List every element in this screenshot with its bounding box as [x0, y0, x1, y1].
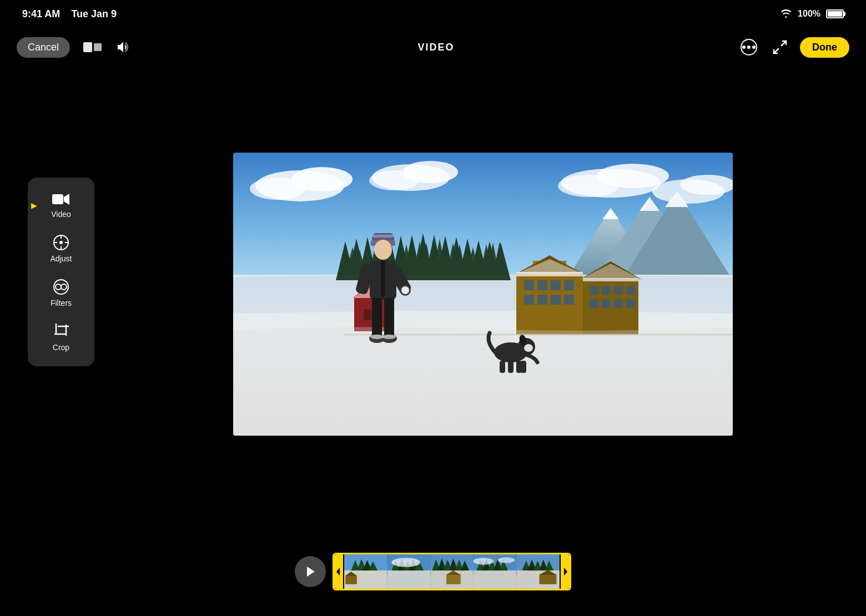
status-time: 9:41 AM Tue Jan 9: [22, 8, 117, 20]
svg-marker-134: [336, 568, 340, 575]
fullscreen-button[interactable]: [769, 36, 791, 58]
video-scene: [233, 153, 733, 436]
cancel-button[interactable]: Cancel: [17, 37, 70, 58]
filmstrip-frames: [334, 554, 570, 589]
video-container: [117, 83, 849, 505]
play-button[interactable]: [295, 556, 326, 587]
svg-rect-177: [540, 575, 557, 584]
wifi-icon: [780, 9, 792, 18]
svg-rect-101: [590, 299, 598, 308]
time-display: 9:41 AM: [22, 8, 60, 19]
svg-rect-111: [373, 235, 393, 238]
sidebar-label-filters: Filters: [51, 299, 72, 307]
toolbar-icons: [81, 38, 134, 56]
svg-rect-97: [590, 286, 598, 295]
svg-rect-103: [614, 299, 623, 308]
svg-rect-162: [474, 570, 516, 589]
svg-rect-159: [446, 575, 461, 584]
filmstrip-frame-4: [474, 554, 517, 589]
svg-rect-89: [524, 280, 534, 290]
svg-rect-80: [364, 309, 371, 320]
sidebar-item-adjust[interactable]: Adjust: [28, 226, 94, 271]
done-button[interactable]: Done: [800, 37, 849, 58]
filmstrip-right-handle[interactable]: [561, 554, 571, 589]
svg-rect-102: [602, 299, 611, 308]
toolbar-right: Done: [738, 36, 849, 58]
adjust-icon: [53, 234, 69, 251]
svg-rect-6: [52, 194, 63, 204]
sidebar-item-crop[interactable]: Crop: [28, 315, 94, 360]
top-toolbar: Cancel VIDEO: [0, 31, 866, 64]
filmstrip-left-handle[interactable]: [333, 554, 343, 589]
display-mode-button[interactable]: [81, 39, 105, 55]
active-indicator: ▶: [31, 201, 37, 210]
status-right: 100%: [780, 9, 844, 19]
toolbar-title: VIDEO: [418, 42, 455, 53]
svg-rect-100: [626, 286, 635, 295]
battery-icon: [826, 9, 844, 18]
svg-rect-99: [614, 286, 623, 295]
svg-rect-144: [387, 570, 430, 589]
svg-rect-119: [372, 298, 382, 337]
svg-rect-130: [508, 361, 513, 373]
timeline-area: [0, 544, 866, 599]
svg-rect-104: [626, 299, 635, 308]
sidebar-label-video: Video: [51, 210, 71, 219]
svg-rect-129: [500, 361, 505, 373]
svg-point-14: [56, 284, 61, 290]
filmstrip-frame-2: [387, 554, 431, 589]
date-display: Tue Jan 9: [71, 8, 117, 19]
svg-point-169: [498, 557, 515, 563]
sidebar-label-crop: Crop: [53, 343, 69, 352]
svg-rect-132: [521, 361, 526, 373]
more-button[interactable]: [738, 36, 760, 58]
svg-point-30: [558, 175, 619, 197]
sidebar-item-video[interactable]: ▶ Video: [28, 184, 94, 226]
svg-rect-105: [516, 272, 583, 276]
sidebar-item-filters[interactable]: Filters: [28, 271, 94, 315]
toolbar-left: Cancel: [17, 37, 134, 58]
filters-icon: [53, 279, 69, 295]
more-icon: [740, 38, 758, 56]
svg-point-24: [250, 178, 305, 200]
left-sidebar: ▶ Video Adjust: [28, 178, 94, 366]
svg-rect-114: [381, 261, 385, 297]
svg-rect-90: [537, 280, 547, 290]
audio-button[interactable]: [114, 38, 134, 56]
battery-percent: 100%: [798, 9, 820, 19]
svg-point-124: [382, 335, 396, 339]
filmstrip-frame-1: [344, 554, 387, 589]
display-mode-icon: [83, 41, 103, 53]
sidebar-label-adjust: Adjust: [51, 254, 72, 263]
svg-rect-20: [58, 326, 66, 334]
svg-rect-98: [602, 286, 611, 295]
svg-point-112: [374, 240, 392, 260]
svg-marker-133: [307, 567, 315, 577]
svg-rect-1: [94, 43, 102, 51]
svg-point-3: [747, 46, 751, 49]
svg-point-15: [61, 284, 67, 290]
audio-icon: [117, 41, 132, 54]
video-frame: [233, 153, 733, 436]
svg-rect-141: [345, 576, 357, 584]
svg-point-118: [401, 286, 409, 294]
svg-rect-120: [384, 298, 394, 337]
filmstrip-frame-3: [431, 554, 474, 589]
svg-point-123: [370, 335, 384, 339]
svg-rect-106: [583, 278, 638, 281]
filmstrip[interactable]: [333, 553, 571, 590]
filmstrip-frame-5: [517, 554, 560, 589]
svg-rect-96: [564, 295, 574, 305]
video-camera-icon: [52, 192, 70, 206]
battery-fill: [828, 11, 842, 17]
status-bar: 9:41 AM Tue Jan 9 100%: [0, 0, 866, 28]
svg-point-27: [369, 170, 419, 190]
svg-rect-94: [537, 295, 547, 305]
fullscreen-icon: [772, 39, 788, 55]
svg-point-2: [742, 46, 746, 49]
svg-point-150: [391, 558, 420, 567]
play-icon: [305, 565, 316, 578]
svg-point-8: [59, 241, 63, 244]
svg-rect-95: [551, 295, 561, 305]
svg-point-127: [524, 344, 533, 352]
